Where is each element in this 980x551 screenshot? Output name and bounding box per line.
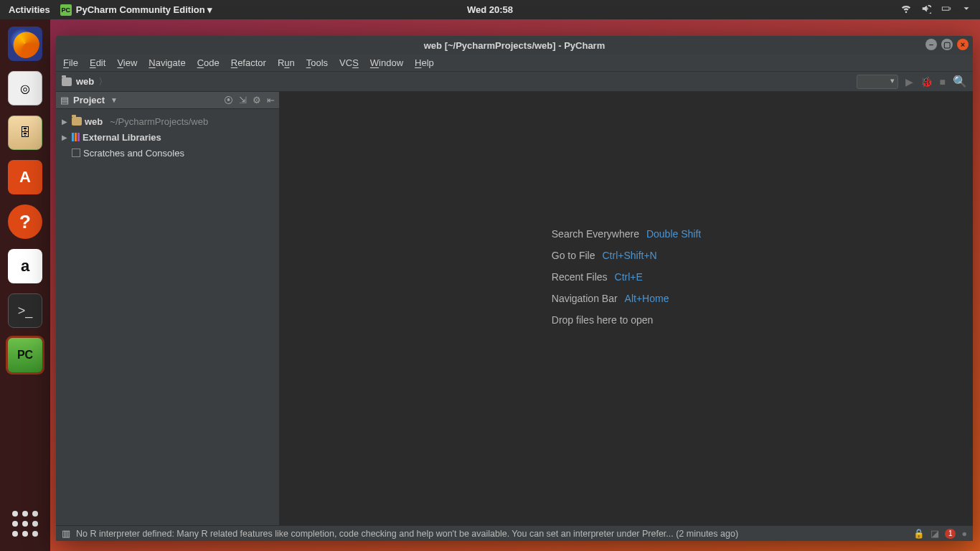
- project-tool-title[interactable]: Project: [73, 95, 105, 105]
- expand-arrow-icon[interactable]: ▶: [62, 118, 69, 126]
- dock-pycharm[interactable]: PC: [8, 338, 42, 372]
- hide-tool-icon[interactable]: ⇤: [267, 95, 275, 105]
- status-message[interactable]: No R interpreter defined: Many R related…: [76, 529, 908, 539]
- hint-goto-label: Go to File: [552, 250, 595, 261]
- editor-empty-state[interactable]: Search EverywhereDouble Shift Go to File…: [280, 92, 973, 525]
- network-icon[interactable]: [901, 4, 911, 16]
- pycharm-window: web [~/PycharmProjects/web] - PyCharm – …: [56, 36, 973, 541]
- window-maximize-button[interactable]: ▢: [941, 39, 953, 50]
- project-tool-icon: ▤: [60, 95, 69, 105]
- status-lock-icon[interactable]: 🔒: [913, 528, 925, 539]
- tree-root[interactable]: ▶ web ~/PycharmProjects/web: [59, 113, 276, 129]
- tree-scratches[interactable]: Scratches and Consoles: [59, 145, 276, 161]
- hint-goto-key: Ctrl+Shift+N: [602, 250, 656, 261]
- tree-root-path: ~/PycharmProjects/web: [110, 116, 208, 127]
- menu-file[interactable]: File: [63, 57, 78, 68]
- dock-help[interactable]: ?: [8, 204, 42, 239]
- project-tree: ▶ web ~/PycharmProjects/web ▶ External L…: [56, 109, 279, 165]
- activities-button[interactable]: Activities: [9, 4, 50, 15]
- hint-navbar-label: Navigation Bar: [552, 293, 618, 304]
- dock-software[interactable]: A: [8, 160, 42, 194]
- menu-edit[interactable]: Edit: [90, 57, 105, 68]
- ubuntu-dock: ◎ 🗄 A ? a >_ PC: [0, 19, 50, 551]
- menu-code[interactable]: Code: [197, 57, 220, 68]
- volume-icon[interactable]: [921, 4, 931, 16]
- window-titlebar[interactable]: web [~/PycharmProjects/web] - PyCharm – …: [56, 36, 973, 55]
- app-menu-label: PyCharm Community Edition ▾: [76, 4, 212, 15]
- pycharm-badge-icon: PC: [60, 4, 72, 16]
- folder-icon: [72, 117, 82, 126]
- project-tool-window: ▤ Project ▼ ⦿ ⇲ ⚙ ⇤ ▶ web ~/PycharmProje…: [56, 92, 280, 525]
- tree-external-libraries[interactable]: ▶ External Libraries: [59, 129, 276, 145]
- power-icon[interactable]: [961, 4, 971, 16]
- project-view-dropdown-icon[interactable]: ▼: [110, 96, 118, 104]
- search-everywhere-icon[interactable]: 🔍: [953, 75, 967, 88]
- collapse-all-icon[interactable]: ⇲: [239, 95, 247, 105]
- menu-navigate[interactable]: Navigate: [149, 57, 185, 68]
- menu-view[interactable]: View: [117, 57, 137, 68]
- gnome-topbar: Activities PC PyCharm Community Edition …: [0, 0, 980, 19]
- status-bar: ▥ No R interpreter defined: Many R relat…: [56, 525, 973, 541]
- menu-vcs[interactable]: VCS: [339, 57, 359, 68]
- expand-arrow-icon[interactable]: ▶: [62, 133, 69, 141]
- folder-icon: [62, 77, 72, 86]
- libraries-icon: [72, 133, 80, 141]
- locate-icon[interactable]: ⦿: [224, 95, 233, 105]
- stop-button-icon[interactable]: ■: [940, 76, 946, 88]
- battery-icon[interactable]: [941, 4, 951, 16]
- tree-scratches-label: Scratches and Consoles: [83, 148, 184, 159]
- editor-hints: Search EverywhereDouble Shift Go to File…: [552, 228, 701, 326]
- tree-root-name: web: [85, 116, 103, 127]
- menu-refactor[interactable]: Refactor: [231, 57, 266, 68]
- menu-help[interactable]: Help: [415, 57, 434, 68]
- window-minimize-button[interactable]: –: [925, 39, 937, 50]
- debug-button-icon[interactable]: 🐞: [920, 76, 933, 88]
- hint-search-key: Double Shift: [646, 228, 701, 240]
- dock-show-apps[interactable]: [8, 507, 42, 541]
- dock-files[interactable]: 🗄: [8, 116, 42, 150]
- menu-bar: File Edit View Navigate Code Refactor Ru…: [56, 55, 973, 72]
- navigation-bar: web 〉 ▶ 🐞 ■ 🔍: [56, 72, 973, 92]
- dock-amazon[interactable]: a: [8, 249, 42, 283]
- app-menu[interactable]: PC PyCharm Community Edition ▾: [60, 4, 212, 16]
- settings-gear-icon[interactable]: ⚙: [253, 95, 261, 105]
- menu-run[interactable]: Run: [278, 57, 295, 68]
- clock[interactable]: Wed 20:58: [467, 4, 513, 15]
- scratches-icon: [72, 149, 80, 157]
- run-button-icon[interactable]: ▶: [905, 76, 913, 88]
- hint-recent-key: Ctrl+E: [615, 271, 643, 283]
- status-inspector-icon[interactable]: ◪: [930, 528, 939, 539]
- menu-tools[interactable]: Tools: [306, 57, 328, 68]
- hint-search-label: Search Everywhere: [552, 228, 639, 240]
- dock-terminal[interactable]: >_: [8, 293, 42, 328]
- hint-drop-label: Drop files here to open: [552, 314, 654, 326]
- menu-window[interactable]: Window: [370, 57, 403, 68]
- status-process-icon[interactable]: ●: [961, 529, 967, 539]
- hint-navbar-key: Alt+Home: [625, 293, 669, 304]
- dock-firefox[interactable]: [8, 27, 42, 61]
- breadcrumb-root[interactable]: web: [76, 76, 94, 87]
- chevron-right-icon: 〉: [98, 75, 108, 88]
- window-close-button[interactable]: ×: [957, 39, 969, 50]
- status-error-badge[interactable]: 1: [945, 529, 956, 539]
- tree-external-label: External Libraries: [83, 132, 161, 143]
- run-config-dropdown[interactable]: [857, 75, 898, 89]
- status-toolwindow-icon[interactable]: ▥: [62, 528, 70, 539]
- dock-rhythmbox[interactable]: ◎: [8, 71, 42, 105]
- window-title: web [~/PycharmProjects/web] - PyCharm: [424, 40, 606, 51]
- hint-recent-label: Recent Files: [552, 271, 608, 283]
